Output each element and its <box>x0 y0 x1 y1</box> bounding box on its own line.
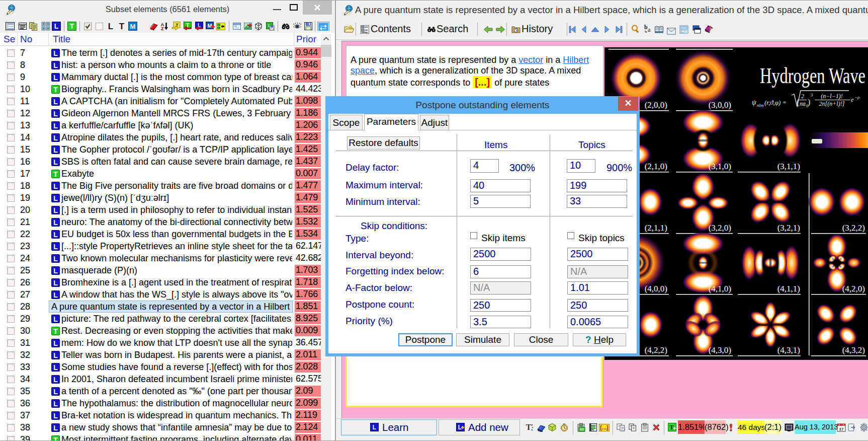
svg-text:T: T <box>119 22 125 31</box>
svg-text:−ρ: −ρ <box>854 95 860 100</box>
svg-text:(3,2,1): (3,2,1) <box>777 223 800 233</box>
svg-text:Hydrogen Wave: Hydrogen Wave <box>760 63 865 88</box>
svg-text:(4,1,0): (4,1,0) <box>709 284 731 293</box>
svg-text:M: M <box>207 23 212 29</box>
svg-text:?: ? <box>709 27 712 31</box>
svg-text:T: T <box>526 423 532 431</box>
svg-text:(4,3,2): (4,3,2) <box>842 345 865 355</box>
svg-text:T: T <box>669 423 674 431</box>
svg-text:T: T <box>70 22 74 30</box>
svg-text:17: 17 <box>839 427 844 431</box>
svg-text:(r,ϑ,φ) =: (r,ϑ,φ) = <box>764 99 787 106</box>
svg-text:L: L <box>373 424 376 431</box>
svg-text:L: L <box>108 22 113 31</box>
svg-text:a: a <box>648 26 651 33</box>
svg-text:): ) <box>808 98 810 107</box>
svg-text:(3,1,1): (3,1,1) <box>777 162 800 171</box>
svg-text:3: 3 <box>810 93 813 98</box>
svg-text:2: 2 <box>801 93 804 100</box>
svg-text:(4,2,0): (4,2,0) <box>842 284 865 293</box>
svg-text:(4,2,2): (4,2,2) <box>645 345 667 355</box>
svg-text:na: na <box>800 100 806 107</box>
svg-text:(2,1,1): (2,1,1) <box>645 223 667 233</box>
svg-text:(3,2,0): (3,2,0) <box>709 223 731 233</box>
svg-text:L: L <box>54 22 59 30</box>
svg-text:(4,3,1): (4,3,1) <box>777 345 800 355</box>
svg-text:(4,3,0): (4,3,0) <box>709 345 731 355</box>
svg-text:nlm: nlm <box>757 103 764 108</box>
svg-text:(4,0,0): (4,0,0) <box>645 284 667 293</box>
svg-text:2n[(n+l)!]: 2n[(n+l)!] <box>819 100 845 107</box>
svg-text:M: M <box>130 23 136 30</box>
svg-text:[...]: [...] <box>600 424 609 430</box>
svg-text:x...: x... <box>681 31 684 33</box>
svg-text:(3,2,2): (3,2,2) <box>842 223 865 233</box>
svg-text:(3,1,0): (3,1,0) <box>709 162 731 171</box>
svg-text:e: e <box>851 96 854 103</box>
svg-text:(2,1,0): (2,1,0) <box>645 162 667 171</box>
svg-text:(3,0,0): (3,0,0) <box>709 100 731 110</box>
svg-text:b: b <box>644 24 648 31</box>
svg-text:Z: Z <box>161 26 164 31</box>
svg-text:(n−l−1)!: (n−l−1)! <box>821 93 843 100</box>
svg-text:(: ( <box>797 98 799 107</box>
svg-text:ψ: ψ <box>752 99 756 106</box>
svg-text:(4,1,1): (4,1,1) <box>777 284 800 293</box>
svg-text:(2,0,0): (2,0,0) <box>645 100 667 110</box>
